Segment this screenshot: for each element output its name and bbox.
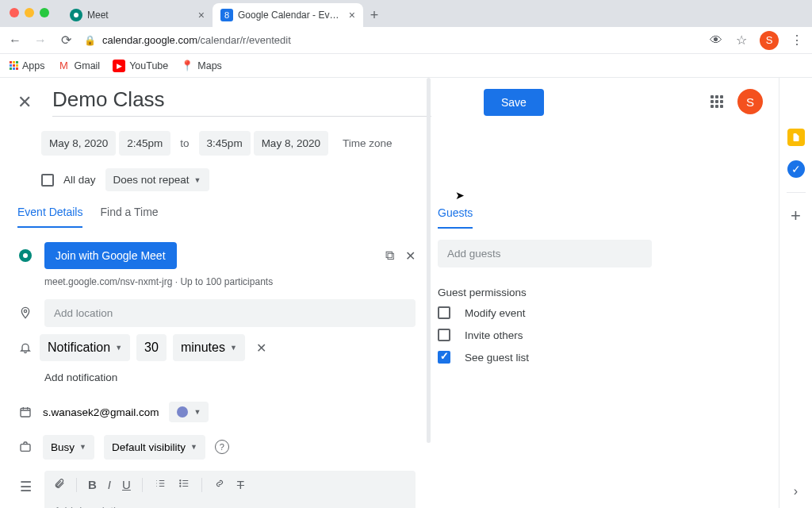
close-icon[interactable]: × — [198, 9, 205, 21]
to-label: to — [174, 137, 195, 149]
bookmark-maps[interactable]: 📍 Maps — [181, 60, 222, 72]
meet-icon — [17, 249, 33, 262]
chevron-down-icon: ▼ — [194, 408, 201, 416]
remove-notification-button[interactable]: ✕ — [256, 341, 266, 356]
chevron-down-icon: ▼ — [79, 443, 86, 451]
keep-icon[interactable] — [787, 129, 805, 146]
help-icon[interactable]: ? — [215, 440, 229, 454]
chevron-down-icon: ▼ — [194, 176, 201, 184]
calendar-icon: 8 — [220, 9, 233, 21]
visibility-dropdown[interactable]: Default visibility▼ — [104, 435, 205, 460]
url-domain: calendar.google.com — [102, 34, 197, 46]
eye-icon[interactable]: 👁 — [709, 33, 723, 48]
url-field[interactable]: 🔒 calendar.google.com/calendar/r/evented… — [84, 34, 698, 46]
notification-unit-dropdown[interactable]: minutes▼ — [173, 334, 245, 361]
tab-guests[interactable]: Guests — [438, 206, 473, 229]
svg-point-0 — [24, 310, 26, 312]
event-title-input[interactable] — [52, 87, 310, 113]
bookmark-gmail[interactable]: M Gmail — [58, 60, 101, 72]
notification-type-dropdown[interactable]: Notification▼ — [40, 334, 130, 361]
save-button[interactable]: Save — [484, 89, 544, 116]
star-icon[interactable]: ☆ — [734, 33, 749, 48]
availability-dropdown[interactable]: Busy▼ — [43, 435, 94, 460]
scrollbar[interactable] — [427, 78, 431, 443]
checkbox[interactable] — [438, 329, 450, 341]
lock-icon: 🔒 — [84, 35, 96, 46]
reload-button[interactable]: ⟳ — [59, 33, 73, 48]
browser-tab-meet[interactable]: Meet × — [62, 3, 213, 27]
add-notification-link[interactable]: Add notification — [44, 371, 416, 383]
end-date-field[interactable]: May 8, 2020 — [254, 131, 328, 156]
svg-point-5 — [180, 486, 181, 487]
description-toolbar: B I U — [44, 471, 416, 498]
bold-icon[interactable]: B — [88, 478, 97, 491]
color-swatch — [177, 406, 188, 418]
youtube-icon: ▶ — [113, 60, 125, 72]
mouse-cursor: ➤ — [455, 189, 465, 202]
ordered-list-icon[interactable] — [154, 478, 167, 491]
clear-format-icon[interactable]: T — [237, 478, 244, 491]
close-editor-button[interactable]: ✕ — [17, 92, 32, 113]
event-editor: S ✕ Save May 8, 2020 2:45pm to 3:45pm Ma… — [0, 78, 779, 508]
add-guests-input[interactable] — [438, 240, 652, 267]
permission-modify-event[interactable]: Modify event — [438, 306, 652, 319]
meet-participants-text: Up to 100 participants — [180, 276, 273, 287]
svg-point-4 — [180, 483, 181, 483]
new-tab-button[interactable]: + — [363, 3, 385, 27]
tab-event-details[interactable]: Event Details — [17, 206, 82, 228]
bell-icon — [17, 341, 33, 355]
gmail-icon: M — [58, 60, 71, 72]
forward-button[interactable]: → — [33, 33, 48, 48]
checkbox[interactable] — [438, 306, 450, 319]
permissions-heading: Guest permissions — [438, 287, 652, 298]
profile-avatar[interactable]: S — [760, 31, 779, 50]
permission-invite-others[interactable]: Invite others — [438, 329, 652, 341]
google-apps-icon[interactable] — [710, 95, 723, 108]
timezone-link[interactable]: Time zone — [343, 137, 393, 149]
start-date-field[interactable]: May 8, 2020 — [41, 131, 116, 156]
description-icon: ☰ — [17, 479, 33, 495]
close-icon[interactable]: × — [349, 9, 355, 21]
window-minimize-button[interactable] — [25, 8, 34, 17]
allday-checkbox[interactable] — [41, 174, 54, 187]
tab-find-a-time[interactable]: Find a Time — [100, 206, 158, 228]
chevron-down-icon: ▼ — [190, 443, 197, 451]
back-button[interactable]: ← — [8, 33, 22, 48]
bookmark-youtube[interactable]: ▶ YouTube — [113, 60, 168, 72]
browser-tab-calendar[interactable]: 8 Google Calendar - Event detail × — [213, 3, 363, 27]
copy-icon[interactable]: ⧉ — [385, 248, 394, 264]
remove-meet-icon[interactable]: ✕ — [405, 248, 416, 264]
kebab-menu-icon[interactable]: ⋮ — [790, 33, 804, 48]
add-addon-button[interactable]: + — [787, 207, 805, 225]
chevron-down-icon: ▼ — [115, 344, 122, 352]
checkbox-checked[interactable] — [438, 351, 450, 364]
window-maximize-button[interactable] — [40, 8, 49, 17]
description-input[interactable] — [44, 498, 416, 508]
permission-see-guest-list[interactable]: See guest list — [438, 351, 652, 364]
collapse-panel-button[interactable]: › — [787, 483, 805, 500]
attach-icon[interactable] — [54, 477, 65, 492]
end-time-field[interactable]: 3:45pm — [199, 131, 251, 156]
allday-label: All day — [63, 174, 96, 186]
recurrence-dropdown[interactable]: Does not repeat ▼ — [105, 168, 209, 191]
chevron-down-icon: ▼ — [230, 344, 237, 352]
apps-icon — [10, 61, 18, 70]
unordered-list-icon[interactable] — [178, 478, 190, 491]
calendar-color-dropdown[interactable]: ▼ — [169, 402, 209, 422]
location-input[interactable] — [44, 299, 416, 327]
window-controls — [10, 8, 49, 17]
italic-icon[interactable]: I — [108, 478, 111, 491]
svg-rect-2 — [21, 444, 30, 452]
tasks-icon[interactable]: ✓ — [787, 160, 805, 178]
link-icon[interactable] — [213, 478, 226, 491]
join-google-meet-button[interactable]: Join with Google Meet — [44, 242, 177, 269]
account-avatar[interactable]: S — [737, 89, 763, 114]
window-close-button[interactable] — [10, 8, 19, 17]
svg-point-3 — [180, 480, 181, 481]
notification-value-input[interactable]: 30 — [136, 334, 167, 361]
bookmark-apps[interactable]: Apps — [10, 60, 45, 71]
maps-icon: 📍 — [181, 60, 193, 72]
underline-icon[interactable]: U — [122, 478, 131, 491]
start-time-field[interactable]: 2:45pm — [119, 131, 170, 156]
bookmarks-bar: Apps M Gmail ▶ YouTube 📍 Maps — [0, 54, 812, 78]
